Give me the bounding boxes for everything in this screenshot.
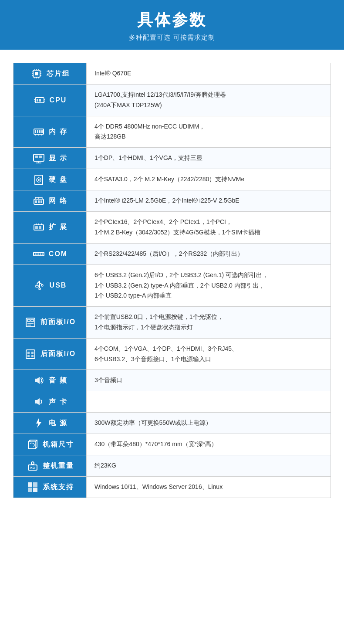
- table-container: 芯片组Intel® Q670E CPULGA1700,支持intel 12/13…: [0, 50, 344, 515]
- chipset-icon: [30, 68, 43, 80]
- label-cell-front-io: 前面板I/O: [13, 307, 87, 339]
- table-row: 音 频3个音频口: [13, 370, 331, 391]
- value-cell-rear-io: 4个COM、1个VGA、1个DP、1个HDMI、3个RJ45、6个USB3.2、…: [87, 338, 331, 370]
- svg-point-37: [38, 179, 40, 181]
- svg-rect-16: [39, 99, 41, 102]
- chipset-label: 芯片组: [47, 69, 70, 78]
- spec-table: 芯片组Intel® Q670E CPULGA1700,支持intel 12/13…: [13, 63, 331, 498]
- label-cell-network: 网 络: [13, 190, 87, 212]
- page-subtitle: 多种配置可选 可按需求定制: [9, 34, 335, 42]
- os-icon: [26, 481, 39, 493]
- com-label: COM: [49, 250, 67, 258]
- display-label: 显 示: [49, 154, 67, 163]
- weight-label: 整机重量: [43, 461, 74, 471]
- table-row: 芯片组Intel® Q670E: [13, 63, 331, 85]
- label-cell-weight: KG 整机重量: [13, 455, 87, 477]
- usb-icon: [33, 279, 46, 291]
- label-cell-audio: 音 频: [13, 370, 87, 391]
- page-title: 具体参数: [9, 10, 335, 31]
- label-cell-cpu: CPU: [13, 85, 87, 116]
- svg-rect-68: [31, 319, 34, 322]
- svg-rect-67: [27, 319, 30, 322]
- chassis-label: 机箱尺寸: [43, 440, 74, 449]
- cpu-icon: [33, 94, 46, 106]
- svg-point-65: [39, 288, 40, 290]
- chassis-icon: [26, 438, 39, 451]
- svg-rect-85: [28, 488, 32, 492]
- value-cell-power: 300W额定功率（可更换550W或以上电源）: [87, 413, 331, 434]
- network-icon: [32, 195, 45, 207]
- value-cell-audio: 3个音频口: [87, 370, 331, 391]
- svg-marker-78: [36, 418, 41, 428]
- table-row: 机箱尺寸430（带耳朵480）*470*176 mm（宽*深*高）: [13, 434, 331, 455]
- svg-rect-24: [39, 130, 40, 133]
- table-row: USB6个 USB3.2 (Gen.2)后I/O，2个 USB3.2 (Gen.…: [13, 264, 331, 306]
- svg-rect-84: [33, 482, 37, 487]
- svg-rect-44: [35, 200, 37, 203]
- svg-point-64: [41, 285, 43, 286]
- com-icon: [32, 248, 45, 260]
- rear-io-icon: [24, 348, 37, 360]
- network-label: 网 络: [49, 197, 67, 206]
- value-cell-storage: 4个SATA3.0，2个 M.2 M-Key（2242/2280）支持NVMe: [87, 169, 331, 190]
- svg-point-57: [40, 253, 41, 254]
- svg-point-54: [34, 253, 36, 254]
- table-row: KG 整机重量约23KG: [13, 455, 331, 477]
- label-cell-display: 显 示: [13, 148, 87, 169]
- svg-point-80: [31, 462, 34, 464]
- value-cell-weight: 约23KG: [87, 455, 331, 477]
- audio-label: 音 频: [49, 376, 67, 385]
- svg-rect-46: [40, 200, 42, 203]
- table-row: 前面板I/O2个前置USB2.0口，1个电源按键，1个光驱位，1个电源指示灯，1…: [13, 307, 331, 339]
- cpu-label: CPU: [50, 96, 67, 104]
- label-cell-chipset: 芯片组: [13, 63, 87, 85]
- svg-rect-23: [37, 130, 38, 133]
- svg-rect-73: [31, 352, 34, 354]
- label-cell-os: 系统支持: [13, 477, 87, 498]
- storage-label: 硬 盘: [49, 175, 67, 184]
- svg-rect-49: [39, 226, 41, 229]
- value-cell-cpu: LGA1700,支持intel 12/13代I3/I5/I7/I9/奔腾处理器(…: [87, 85, 331, 116]
- svg-rect-72: [27, 352, 30, 354]
- value-cell-os: Windows 10/11、Windows Server 2016、Linux: [87, 477, 331, 498]
- label-cell-usb: USB: [13, 264, 87, 306]
- svg-rect-45: [38, 200, 40, 203]
- table-row: 系统支持Windows 10/11、Windows Server 2016、Li…: [13, 477, 331, 498]
- expansion-icon: [32, 221, 45, 234]
- power-label: 电 源: [49, 419, 67, 428]
- value-cell-usb: 6个 USB3.2 (Gen.2)后I/O，2个 USB3.2 (Gen.1) …: [87, 264, 331, 306]
- label-cell-com: COM: [13, 243, 87, 264]
- svg-rect-74: [27, 355, 30, 357]
- svg-rect-75: [31, 355, 34, 357]
- power-icon: [32, 417, 45, 429]
- value-cell-expansion: 2个PCIex16、2个PCIex4、2个 PCIex1，1个PCI，1个M.2…: [87, 212, 331, 244]
- value-cell-network: 1个Intel® i225-LM 2.5GbE，2个Intel® i225-V …: [87, 190, 331, 212]
- sound-card-icon: [32, 396, 45, 408]
- svg-point-56: [38, 253, 39, 254]
- svg-rect-15: [37, 99, 38, 102]
- svg-rect-33: [35, 156, 38, 158]
- svg-rect-25: [41, 130, 43, 133]
- svg-rect-86: [33, 488, 37, 492]
- value-cell-front-io: 2个前置USB2.0口，1个电源按键，1个光驱位，1个电源指示灯，1个硬盘状态指…: [87, 307, 331, 339]
- table-row: 扩 展2个PCIex16、2个PCIex4、2个 PCIex1，1个PCI，1个…: [13, 212, 331, 244]
- label-cell-chassis: 机箱尺寸: [13, 434, 87, 455]
- svg-rect-34: [39, 156, 42, 158]
- value-cell-display: 1个DP、1个HDMI、1个VGA，支持三显: [87, 148, 331, 169]
- memory-icon: [32, 125, 45, 138]
- label-cell-rear-io: 后面板I/O: [13, 338, 87, 370]
- svg-rect-83: [28, 482, 32, 487]
- svg-rect-71: [26, 350, 35, 359]
- audio-icon: [32, 374, 45, 386]
- label-cell-expansion: 扩 展: [13, 212, 87, 244]
- table-row: 显 示1个DP、1个HDMI、1个VGA，支持三显: [13, 148, 331, 169]
- table-row: COM2个RS232/422/485（后I/O），2个RS232（内部引出）: [13, 243, 331, 264]
- table-row: CPULGA1700,支持intel 12/13代I3/I5/I7/I9/奔腾处…: [13, 85, 331, 116]
- svg-point-58: [41, 253, 43, 254]
- value-cell-com: 2个RS232/422/485（后I/O），2个RS232（内部引出）: [87, 243, 331, 264]
- label-cell-power: 电 源: [13, 413, 87, 434]
- value-cell-chipset: Intel® Q670E: [87, 63, 331, 85]
- page-wrapper: 具体参数 多种配置可选 可按需求定制 芯片组Intel® Q670E: [0, 0, 344, 644]
- storage-icon: [32, 173, 45, 186]
- rear-io-label: 后面板I/O: [40, 349, 76, 359]
